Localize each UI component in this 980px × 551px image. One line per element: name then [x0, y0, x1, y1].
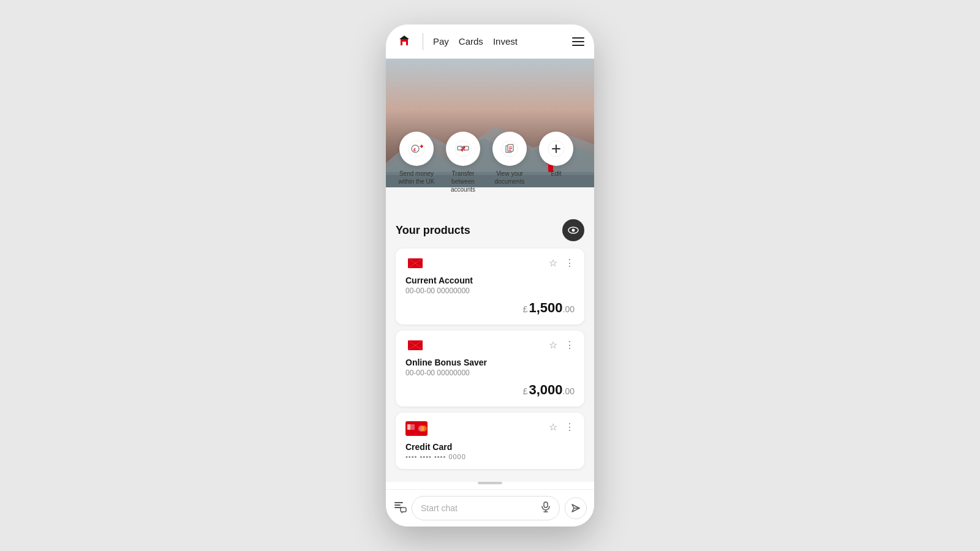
svg-rect-47: [544, 502, 548, 508]
card-top-credit: ☆ ⋮: [405, 421, 575, 438]
balance-decimals-saver: .00: [563, 386, 575, 396]
favourite-btn-credit[interactable]: ☆: [549, 421, 557, 433]
nav-divider: [423, 33, 423, 50]
send-money-icon: £: [408, 140, 425, 157]
nav-cards[interactable]: Cards: [459, 36, 483, 47]
content-area: Your products: [386, 187, 594, 482]
mic-svg: [541, 501, 551, 512]
products-header: Your products: [396, 219, 584, 241]
svg-rect-3: [402, 42, 406, 45]
balance-symbol-current: £: [523, 304, 528, 314]
chat-input-wrapper[interactable]: Start chat: [412, 496, 560, 520]
svg-text:£: £: [413, 147, 417, 152]
phone-container: Pay Cards Invest: [386, 24, 594, 527]
hsbc-logo-saver: [405, 339, 425, 354]
bottom-pill: [478, 482, 502, 484]
balance-decimals-current: .00: [563, 304, 575, 314]
action-documents[interactable]: View your documents: [489, 132, 530, 193]
card-balance-current: £1,500.00: [405, 300, 575, 316]
more-btn-credit[interactable]: ⋮: [565, 421, 575, 433]
hsbc-brand-icon-saver: [405, 339, 425, 351]
chat-list-icon: [393, 500, 407, 514]
balance-amount-current: 1,500: [529, 300, 562, 315]
action-circle-edit: [539, 132, 573, 166]
card-number-credit: •••• •••• •••• 0000: [405, 453, 575, 460]
action-label-send-money: Send money within the UK: [396, 170, 437, 186]
chat-bar: Start chat: [386, 489, 594, 527]
hamburger-menu[interactable]: [572, 37, 584, 46]
card-name-saver: Online Bonus Saver: [405, 358, 575, 367]
svg-rect-43: [394, 502, 403, 503]
svg-point-27: [572, 229, 575, 232]
action-transfer[interactable]: Transfer between accounts: [442, 132, 484, 193]
bottom-section: Start chat: [386, 482, 594, 527]
action-circle-documents: [492, 132, 527, 166]
product-card-current[interactable]: ☆ ⋮ Current Account 00-00-00 00000000 £1…: [396, 249, 584, 324]
card-name-current: Current Account: [405, 276, 575, 285]
send-button[interactable]: [565, 497, 587, 519]
card-number-current: 00-00-00 00000000: [405, 287, 575, 295]
balance-symbol-saver: £: [523, 386, 528, 396]
action-circle-send-money: £: [399, 132, 434, 166]
svg-point-11: [409, 141, 424, 157]
favourite-btn-current[interactable]: ☆: [549, 257, 557, 269]
hsbc-logo-icon: [396, 33, 413, 50]
svg-rect-44: [394, 504, 401, 506]
microphone-icon[interactable]: [541, 501, 551, 515]
hsbc-logo-current: [405, 257, 425, 272]
card-actions-current: ☆ ⋮: [549, 257, 575, 269]
action-edit[interactable]: Edit: [535, 132, 577, 193]
card-top-saver: ☆ ⋮: [405, 339, 575, 354]
edit-icon: [548, 140, 565, 157]
hamburger-line-2: [572, 41, 584, 42]
credit-card-brand-icon: [405, 421, 428, 436]
more-btn-current[interactable]: ⋮: [565, 257, 575, 269]
visibility-toggle[interactable]: [562, 219, 584, 241]
svg-rect-40: [407, 424, 410, 430]
quick-actions: £ Send money within the UK: [386, 132, 594, 193]
nav-invest[interactable]: Invest: [493, 36, 518, 47]
credit-card-icon: [405, 421, 428, 438]
transfer-icon: [454, 140, 472, 157]
hero-section: £ Send money within the UK: [386, 59, 594, 187]
chat-placeholder: Start chat: [421, 503, 458, 513]
svg-rect-46: [401, 508, 406, 512]
eye-icon: [568, 225, 579, 236]
documents-icon: [501, 140, 518, 157]
card-number-saver: 00-00-00 00000000: [405, 369, 575, 377]
hamburger-line-1: [572, 37, 584, 39]
nav-logo[interactable]: [396, 33, 413, 50]
action-label-documents: View your documents: [489, 170, 530, 186]
product-card-saver[interactable]: ☆ ⋮ Online Bonus Saver 00-00-00 00000000…: [396, 331, 584, 407]
hsbc-brand-icon: [405, 257, 425, 269]
card-balance-saver: £3,000.00: [405, 382, 575, 398]
products-section: Your products: [386, 212, 594, 480]
action-label-edit: Edit: [551, 170, 561, 178]
favourite-btn-saver[interactable]: ☆: [549, 339, 557, 351]
action-circle-transfer: [446, 132, 480, 166]
more-btn-saver[interactable]: ⋮: [565, 339, 575, 351]
products-title: Your products: [396, 224, 470, 237]
card-actions-saver: ☆ ⋮: [549, 339, 575, 351]
nav-links: Pay Cards Invest: [433, 36, 565, 47]
card-name-credit: Credit Card: [405, 442, 575, 452]
card-top-current: ☆ ⋮: [405, 257, 575, 272]
action-send-money[interactable]: £ Send money within the UK: [396, 132, 437, 193]
action-label-transfer: Transfer between accounts: [442, 170, 484, 193]
chat-input-inner: Start chat: [421, 501, 551, 515]
balance-amount-saver: 3,000: [529, 382, 562, 397]
chat-menu-icon[interactable]: [393, 500, 407, 516]
send-icon: [571, 503, 581, 513]
svg-point-42: [421, 425, 427, 432]
hamburger-line-3: [572, 45, 584, 46]
product-card-credit[interactable]: ☆ ⋮ Credit Card •••• •••• •••• 0000: [396, 413, 584, 469]
card-actions-credit: ☆ ⋮: [549, 421, 575, 433]
nav-pay[interactable]: Pay: [433, 36, 449, 47]
nav-bar: Pay Cards Invest: [386, 24, 594, 59]
